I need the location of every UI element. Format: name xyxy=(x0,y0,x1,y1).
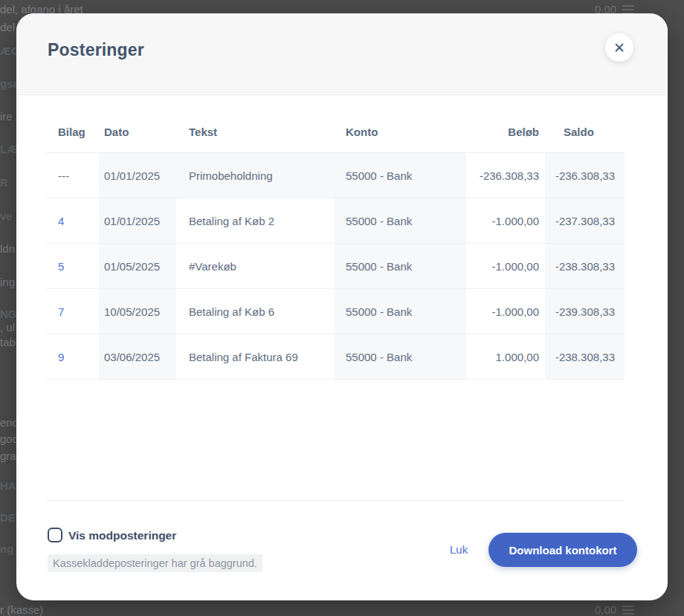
close-icon: ✕ xyxy=(613,41,625,55)
bilag-cell: 4 xyxy=(46,198,99,243)
backdrop-fragment: gra xyxy=(0,450,16,462)
table-row: --- 01/01/2025 Primobeholdning 55000 - B… xyxy=(46,153,625,198)
bilag-cell: 9 xyxy=(46,334,99,379)
footer-divider xyxy=(46,500,625,501)
backdrop-fragment: ng xyxy=(0,542,13,555)
column-header-belob: Beløb xyxy=(466,111,545,152)
dato-cell: 01/05/2025 xyxy=(99,244,176,288)
bilag-link[interactable]: 5 xyxy=(58,260,64,273)
backdrop-bottom-text: r (kasse) xyxy=(0,603,43,616)
table-row: 4 01/01/2025 Betaling af Køb 2 55000 - B… xyxy=(46,198,625,244)
belob-cell: -1.000,00 xyxy=(466,289,545,334)
bilag-cell: 5 xyxy=(46,244,99,288)
backdrop-fragment: ing xyxy=(0,276,15,288)
belob-cell: -1.000,00 xyxy=(466,244,545,288)
backdrop-fragment: tab xyxy=(0,336,16,348)
backdrop-bottom-value: 0,00 xyxy=(595,603,616,616)
konto-cell: 55000 - Bank xyxy=(335,244,466,288)
saldo-cell: -239.308,33 xyxy=(545,289,625,334)
posteringer-modal: Posteringer ✕ Bilag Dato Tekst Konto Bel… xyxy=(16,13,668,600)
konto-cell: 55000 - Bank xyxy=(335,153,466,198)
konto-cell: 55000 - Bank xyxy=(335,289,466,334)
luk-link[interactable]: Luk xyxy=(450,543,468,556)
column-header-konto: Konto xyxy=(335,111,466,152)
dato-cell: 10/05/2025 xyxy=(99,289,176,334)
modal-header: Posteringer ✕ xyxy=(16,13,668,95)
bilag-link[interactable]: 9 xyxy=(58,351,64,363)
column-header-tekst: Tekst xyxy=(176,111,335,152)
backdrop-fragment: ire xyxy=(0,110,13,123)
column-header-saldo: Saldo xyxy=(545,111,625,152)
bilag-link[interactable]: 4 xyxy=(58,215,64,227)
vis-modposteringer-label[interactable]: Vis modposteringer xyxy=(68,529,176,542)
dato-cell: 03/06/2025 xyxy=(99,334,176,379)
table-row: 7 10/05/2025 Betaling af Køb 6 55000 - B… xyxy=(46,289,625,334)
bilag-cell: --- xyxy=(46,153,99,198)
backdrop-fragment: , ul xyxy=(0,321,15,334)
saldo-cell: -236.308,33 xyxy=(545,153,625,198)
tekst-cell: Betaling af Køb 2 xyxy=(176,198,335,243)
backdrop-fragment: ldn xyxy=(0,242,15,255)
konto-cell: 55000 - Bank xyxy=(335,198,466,243)
backdrop-fragment: R xyxy=(0,176,8,189)
dato-cell: 01/01/2025 xyxy=(99,198,176,243)
dato-cell: 01/01/2025 xyxy=(99,153,176,198)
saldo-cell: -238.308,33 xyxy=(545,244,625,288)
table-row: 5 01/05/2025 #Varekøb 55000 - Bank -1.00… xyxy=(46,244,625,289)
kassekladde-note: Kassekladdeposteringer har grå baggrund. xyxy=(48,554,262,572)
bilag-link[interactable]: 7 xyxy=(58,305,64,318)
backdrop-fragment: LÆ xyxy=(0,143,18,155)
list-icon xyxy=(622,606,634,615)
tekst-cell: Betaling af Faktura 69 xyxy=(176,334,335,379)
tekst-cell: Primobeholdning xyxy=(176,153,335,198)
tekst-cell: #Varekøb xyxy=(176,244,335,288)
bilag-cell: 7 xyxy=(46,289,99,334)
postings-table: Bilag Dato Tekst Konto Beløb Saldo --- 0… xyxy=(46,111,625,380)
table-header-row: Bilag Dato Tekst Konto Beløb Saldo xyxy=(46,111,625,153)
backdrop-fragment: ve xyxy=(0,210,13,222)
saldo-cell: -238.308,33 xyxy=(545,334,625,379)
saldo-cell: -237.308,33 xyxy=(545,198,625,243)
belob-cell: 1.000,00 xyxy=(466,334,545,379)
backdrop-fragment: del xyxy=(0,21,15,33)
vis-modposteringer-checkbox[interactable] xyxy=(48,528,62,542)
column-header-dato: Dato xyxy=(99,111,176,152)
download-kontokort-button[interactable]: Download kontokort xyxy=(488,533,637,567)
close-button[interactable]: ✕ xyxy=(605,33,633,62)
belob-cell: -1.000,00 xyxy=(466,198,545,243)
table-row: 9 03/06/2025 Betaling af Faktura 69 5500… xyxy=(46,334,625,380)
belob-cell: -236.308,33 xyxy=(466,153,545,198)
backdrop-fragment: NG xyxy=(0,308,17,320)
tekst-cell: Betaling af Køb 6 xyxy=(176,289,335,334)
backdrop-fragment: HA xyxy=(0,479,16,492)
konto-cell: 55000 - Bank xyxy=(335,334,466,379)
modal-title: Posteringer xyxy=(48,40,144,60)
column-header-bilag: Bilag xyxy=(46,111,99,152)
